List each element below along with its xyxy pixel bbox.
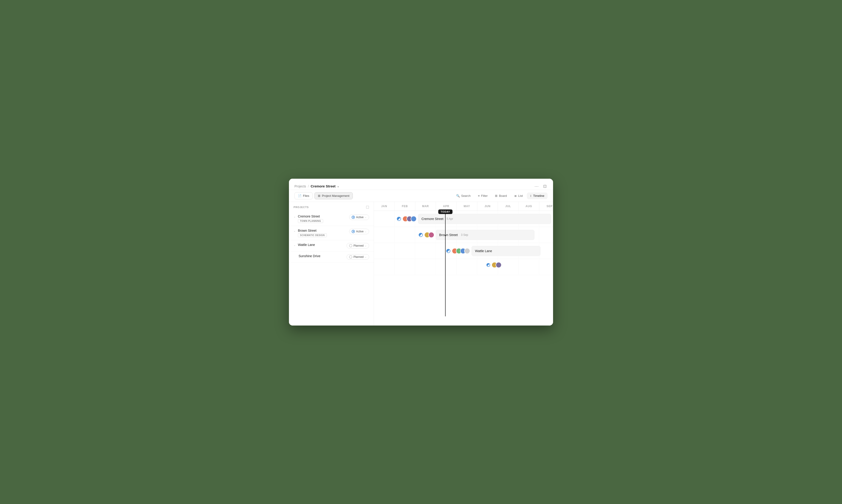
status-chevron-icon: ⌄ (365, 216, 366, 218)
filter-button[interactable]: ≡ Filter (475, 193, 491, 199)
project-item-left: Sunshine Drive (294, 254, 321, 258)
month-may: MAY (457, 202, 477, 211)
status-chevron-icon: ⌄ (365, 255, 366, 258)
breadcrumb: Projects / Cremore Street ⌄ (294, 184, 339, 188)
timeline-panel: JAN FEB MAR APR MAY JUN JUL AUG SEP TODA… (374, 202, 553, 325)
cell (374, 227, 395, 243)
project-status-sunshine[interactable]: Planned ⌄ (347, 254, 369, 260)
expand-chevron-icon[interactable]: ⌄ (294, 229, 296, 232)
list-view-button[interactable]: ≣ List (511, 193, 526, 199)
header-left: Projects / Cremore Street ⌄ (294, 184, 339, 188)
project-mgmt-label: Project Management (322, 194, 349, 198)
month-aug: AUG (519, 202, 539, 211)
wattle-bar[interactable]: Wattle Lane (471, 246, 540, 256)
breadcrumb-parent[interactable]: Projects (294, 184, 306, 188)
cell (374, 259, 395, 275)
project-status-brown[interactable]: Active ⌄ (349, 229, 369, 234)
breadcrumb-current[interactable]: Cremore Street ⌄ (311, 184, 339, 188)
avatar-group-brown (424, 232, 434, 238)
info-icon (397, 217, 401, 221)
avatar (411, 216, 417, 222)
board-view-button[interactable]: ⊞ Board (492, 193, 510, 199)
cremore-bar[interactable]: Cremore Street 5 Apr (418, 214, 551, 224)
project-management-button[interactable]: ⊞ Project Management (314, 192, 353, 199)
cell (539, 243, 553, 259)
project-item-top: Sunshine Drive Planned ⌄ (294, 254, 369, 260)
projects-panel: PROJECTS ☐ ⌄ Cremore Street TOWN PLANNIN… (289, 202, 374, 325)
status-chevron-icon: ⌄ (365, 230, 366, 233)
expand-chevron-icon[interactable]: ⌄ (294, 244, 296, 247)
timeline-view-button[interactable]: ⫶ Timeline (527, 193, 548, 199)
board-label: Board (499, 194, 507, 198)
project-info: Brown Street SCHEMATIC DESIGN (298, 229, 327, 237)
cell (395, 227, 415, 243)
project-tag: SCHEMATIC DESIGN (298, 233, 327, 237)
cell (436, 259, 457, 275)
chevron-down-icon: ⌄ (337, 185, 339, 188)
project-status-cremore[interactable]: Active ⌄ (349, 215, 369, 220)
timeline-icon: ⫶ (530, 194, 532, 198)
brown-bar-label: Brown Street (439, 233, 458, 237)
project-name: Wattle Lane (298, 243, 315, 247)
brown-timeline-item[interactable]: Brown Street 3 Sep (419, 230, 534, 240)
avatar (428, 232, 434, 238)
breadcrumb-current-label: Cremore Street (311, 184, 335, 188)
toolbar: 📄 Files ⊞ Project Management 🔍 Search ≡ … (289, 190, 553, 202)
breadcrumb-sep: / (308, 184, 309, 188)
project-item-left: ⌄ Brown Street SCHEMATIC DESIGN (294, 229, 327, 237)
cell (395, 243, 415, 259)
list-icon: ≣ (514, 194, 517, 198)
search-label: Search (461, 194, 470, 198)
timeline-row-brown: Brown Street 3 Sep (374, 227, 553, 243)
checkbox-icon[interactable]: ☐ (366, 205, 369, 210)
more-options-button[interactable]: ⋯ (534, 183, 539, 190)
panel-toggle-button[interactable]: ⊡ (542, 183, 548, 190)
list-label: List (518, 194, 523, 198)
cell (415, 243, 436, 259)
cell (374, 211, 395, 227)
timeline-body: TODAY (374, 211, 553, 316)
projects-panel-title: PROJECTS (294, 206, 309, 209)
info-icon (446, 249, 450, 253)
project-info: Sunshine Drive (298, 254, 321, 258)
cell (374, 243, 395, 259)
project-tag: TOWN PLANNING (298, 219, 323, 223)
month-feb: FEB (395, 202, 415, 211)
brown-bar[interactable]: Brown Street 3 Sep (436, 230, 534, 240)
cremore-timeline-item[interactable]: Cremore Street 5 Apr (397, 214, 551, 224)
sunshine-timeline-item[interactable] (486, 262, 502, 268)
wattle-bar-label: Wattle Lane (475, 249, 492, 253)
header: Projects / Cremore Street ⌄ ⋯ ⊡ (289, 179, 553, 190)
project-item-left: ⌄ Cremore Street TOWN PLANNING (294, 215, 323, 223)
project-item-wattle[interactable]: ⌄ Wattle Lane Planned ⌄ (289, 240, 374, 251)
month-jul: JUL (498, 202, 519, 211)
search-button[interactable]: 🔍 Search (453, 193, 474, 199)
active-status-icon (351, 216, 355, 219)
project-status-wattle[interactable]: Planned ⌄ (347, 243, 369, 249)
files-label: Files (303, 194, 309, 198)
project-item-brown[interactable]: ⌄ Brown Street SCHEMATIC DESIGN Active ⌄ (289, 226, 374, 240)
project-item-top: ⌄ Cremore Street TOWN PLANNING Active ⌄ (294, 215, 369, 223)
today-label: TODAY (438, 210, 452, 214)
planned-status-icon (349, 244, 352, 247)
cell (457, 259, 477, 275)
cell (539, 259, 553, 275)
cell (519, 259, 539, 275)
project-item-sunshine[interactable]: Sunshine Drive Planned ⌄ (289, 251, 374, 263)
wattle-timeline-item[interactable]: Wattle Lane (446, 246, 540, 256)
project-item-top: ⌄ Wattle Lane Planned ⌄ (294, 243, 369, 249)
timeline-row-wattle: Wattle Lane (374, 243, 553, 259)
info-icon (419, 233, 423, 237)
grid-icon: ⊞ (318, 194, 321, 198)
brown-bar-date: 3 Sep (461, 233, 468, 236)
cremore-bar-label: Cremore Street (422, 217, 444, 221)
cell (395, 259, 415, 275)
project-item-cremore[interactable]: ⌄ Cremore Street TOWN PLANNING Active ⌄ (289, 212, 374, 226)
search-icon: 🔍 (456, 194, 460, 198)
filter-label: Filter (481, 194, 488, 198)
expand-chevron-icon[interactable]: ⌄ (294, 215, 296, 218)
status-label: Planned (354, 244, 364, 247)
files-button[interactable]: 📄 Files (294, 192, 313, 199)
avatar-placeholder (464, 248, 470, 254)
today-line: TODAY (445, 211, 446, 316)
